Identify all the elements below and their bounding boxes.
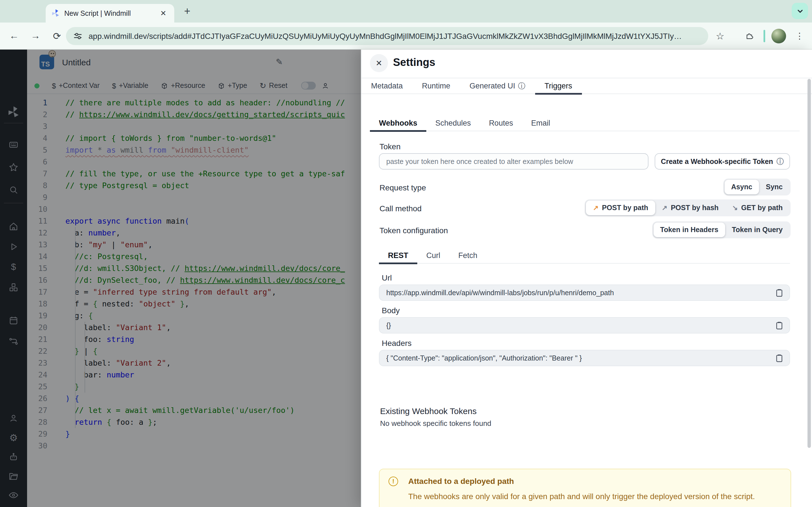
existing-tokens-empty: No webhook specific tokens found [380, 419, 492, 428]
url-field: https://app.windmill.dev/api/w/windmill-… [379, 284, 790, 301]
chevron-down-icon [796, 7, 804, 15]
deployed-path-warning: ! Attached to a deployed path The webhoo… [379, 469, 791, 507]
copy-icon[interactable] [775, 321, 783, 330]
tab-title: New Script | Windmill [64, 9, 158, 17]
browser-tabstrip: New Script | Windmill ✕ + [0, 0, 812, 22]
headers-label: Headers [382, 339, 412, 348]
request-type-label: Request type [379, 183, 426, 192]
alert-circle-icon: ! [389, 476, 398, 486]
option-post-by-path[interactable]: ↗ POST by path [586, 201, 655, 215]
panel-scrollbar[interactable] [808, 79, 811, 448]
tab-routes[interactable]: Routes [480, 115, 522, 131]
option-token-in-query[interactable]: Token in Query [725, 223, 790, 237]
arrow-up-right-icon: ↗ [662, 204, 667, 212]
option-sync[interactable]: Sync [759, 180, 790, 194]
warning-body: The webhooks are only valid for a given … [408, 492, 755, 501]
option-async[interactable]: Async [724, 180, 759, 194]
reload-icon[interactable]: ⟳ [50, 22, 64, 50]
tab-search-chevron-button[interactable] [792, 3, 808, 19]
tab-curl[interactable]: Curl [417, 248, 449, 263]
tab-generated-ui[interactable]: Generated UIⓘ [460, 78, 535, 94]
browser-tab[interactable]: New Script | Windmill ✕ [46, 4, 174, 22]
request-type-toggle: Async Sync [723, 179, 791, 195]
body-label: Body [382, 306, 400, 315]
tab-triggers[interactable]: Triggers [535, 78, 581, 94]
tab-close-icon[interactable]: ✕ [158, 9, 168, 17]
existing-tokens-title: Existing Webhook Tokens [380, 406, 476, 416]
tab-schedules[interactable]: Schedules [426, 115, 480, 131]
token-configuration-label: Token configuration [379, 226, 448, 235]
tab-runtime[interactable]: Runtime [412, 78, 460, 94]
copy-icon[interactable] [775, 288, 783, 297]
token-input[interactable] [379, 153, 649, 170]
option-get-by-path[interactable]: ↘ GET by path [725, 201, 790, 215]
extensions-puzzle-icon[interactable] [742, 22, 757, 50]
call-method-label: Call method [379, 204, 421, 213]
tab-rest[interactable]: REST [379, 248, 417, 263]
create-webhook-token-button[interactable]: Create a Webhook-specific Token ⓘ [655, 153, 790, 170]
token-label: Token [379, 142, 401, 151]
example-tabs: REST Curl Fetch [379, 248, 790, 264]
url-label: Url [382, 273, 392, 282]
address-bar[interactable]: app.windmill.dev/scripts/add#JTdCJTIyaGF… [66, 27, 708, 45]
tab-fetch[interactable]: Fetch [449, 248, 487, 263]
toolbar-divider [763, 30, 765, 42]
url-text[interactable]: app.windmill.dev/scripts/add#JTdCJTIyaGF… [89, 32, 682, 41]
option-token-in-headers[interactable]: Token in Headers [653, 223, 725, 237]
bookmark-star-icon[interactable]: ☆ [713, 22, 727, 50]
settings-tabs: Metadata Runtime Generated UIⓘ Triggers [361, 78, 812, 94]
tab-email[interactable]: Email [522, 115, 559, 131]
trigger-tabs: Webhooks Schedules Routes Email [370, 115, 800, 131]
screen: New Script | Windmill ✕ + ← → ⟳ app.wind… [0, 0, 812, 507]
settings-panel: ✕ Settings Metadata Runtime Generated UI… [361, 50, 812, 507]
info-icon[interactable]: ⓘ [518, 81, 525, 91]
option-post-by-hash[interactable]: ↗ POST by hash [655, 201, 725, 215]
back-icon[interactable]: ← [7, 22, 21, 50]
tab-metadata[interactable]: Metadata [361, 78, 412, 94]
token-configuration-toggle: Token in Headers Token in Query [652, 221, 791, 238]
windmill-favicon-icon [51, 9, 60, 17]
warning-title: Attached to a deployed path [408, 476, 514, 486]
modal-overlay[interactable] [0, 50, 361, 507]
copy-icon[interactable] [775, 354, 783, 363]
browser-menu-icon[interactable]: ⋮ [795, 22, 804, 50]
tab-webhooks[interactable]: Webhooks [370, 115, 426, 131]
arrow-down-right-icon: ↘ [732, 204, 738, 212]
arrow-up-right-icon: ↗ [593, 204, 599, 212]
profile-avatar[interactable] [771, 29, 786, 43]
site-settings-tune-icon[interactable] [74, 32, 82, 40]
body-field: {} [379, 317, 790, 334]
settings-title: Settings [393, 56, 435, 69]
headers-field: { "Content-Type": "application/json", "A… [379, 350, 790, 366]
info-icon: ⓘ [776, 156, 784, 166]
close-settings-button[interactable]: ✕ [370, 54, 388, 72]
new-tab-button[interactable]: + [181, 5, 194, 18]
call-method-toggle: ↗ POST by path ↗ POST by hash ↘ GET by p… [585, 200, 791, 216]
forward-icon[interactable]: → [28, 22, 43, 50]
